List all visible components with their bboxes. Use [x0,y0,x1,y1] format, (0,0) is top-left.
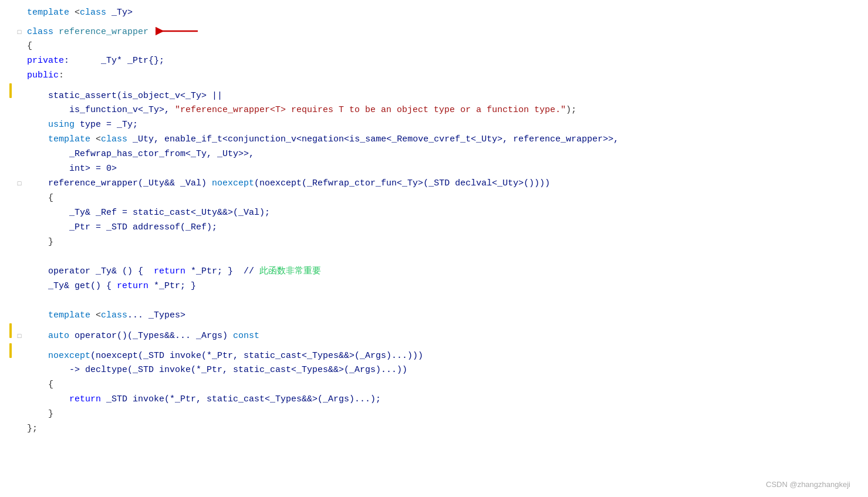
line-content: } [25,235,868,249]
token: template [27,8,69,18]
token: { [27,380,53,390]
token: { [27,41,32,51]
token: } [27,409,53,419]
code-line: _Refwrap_has_ctor_from<_Ty, _Uty>>, [0,147,868,162]
code-line: template <class _Ty> [0,6,868,21]
token: { [27,193,53,203]
line-content: private: _Ty* _Ptr{}; [25,54,868,68]
token: _Refwrap_has_ctor_from<_Ty, _Uty>>, [27,149,254,159]
fold-indicator[interactable]: □ [14,179,25,190]
token: _Ptr = _STD addressof(_Ref); [27,222,217,232]
code-line: public: [0,69,868,83]
token: reference_wrapper(_Uty&& _Val) [27,178,212,188]
line-content: return _STD invoke(*_Ptr, static_cast<_T… [25,393,868,407]
token: auto [48,331,69,341]
token: "reference_wrapper<T> requires T to be a… [175,105,566,115]
token: < [90,310,101,320]
token: : _Ty* _Ptr{}; [64,56,164,66]
gutter-indicator [9,323,12,338]
line-content: -> decltype(_STD invoke(*_Ptr, static_ca… [25,363,868,377]
token: type = _Ty; [75,120,138,130]
token: _Ty& _Ref = static_cast<_Uty&&>(_Val); [27,208,270,218]
token: (noexcept(_STD invoke(*_Ptr, static_cast… [90,351,423,361]
token [27,120,48,130]
line-content: template <class _Ty> [25,6,868,20]
code-line: □ reference_wrapper(_Uty&& _Val) noexcep… [0,177,868,191]
code-line: template <class _Uty, enable_if_t<conjun… [0,133,868,147]
token [27,310,48,320]
code-line: □ auto operator()(_Types&&... _Args) con… [0,323,868,343]
token: operator()(_Types&&... _Args) [69,331,233,341]
code-line: is_function_v<_Ty>, "reference_wrapper<T… [0,103,868,118]
token [27,351,48,361]
line-content: { [25,191,868,205]
token: private [27,56,64,66]
token: _Uty, enable_if_t<conjunction_v<negation… [127,134,619,144]
code-line: }; [0,422,868,437]
code-line: noexcept(noexcept(_STD invoke(*_Ptr, sta… [0,343,868,363]
token: class [27,27,53,37]
token: template [48,134,90,144]
code-line: _Ptr = _STD addressof(_Ref); [0,221,868,235]
token [148,27,154,37]
token: int> = 0> [27,164,117,174]
token: ); [566,105,576,115]
code-line: -> decltype(_STD invoke(*_Ptr, static_ca… [0,363,868,378]
line-content: } [25,407,868,421]
code-line: _Ty& _Ref = static_cast<_Uty&&>(_Val); [0,206,868,221]
line-content: _Ty& get() { return *_Ptr; } [25,279,868,293]
token: : [59,70,64,80]
line-content: template <class _Uty, enable_if_t<conjun… [25,133,868,147]
token: _Ty& get() { [27,281,117,291]
line-content: }; [25,422,868,436]
token [27,331,48,341]
token: const [233,331,259,341]
watermark: CSDN @zhangzhangkeji [766,479,850,491]
code-line: int> = 0> [0,162,868,177]
code-line: { [0,39,868,54]
line-content: _Ptr = _STD addressof(_Ref); [25,221,868,235]
token: return [154,266,185,276]
line-content [25,250,868,264]
token: operator _Ty& () { [27,266,154,276]
token: return [117,281,148,291]
token: noexcept [212,178,254,188]
token: is_function_v<_Ty>, [27,105,175,115]
line-content: is_function_v<_Ty>, "reference_wrapper<T… [25,103,868,117]
token: return [69,394,101,404]
token: reference_wrapper [53,27,148,37]
fold-indicator[interactable]: □ [14,332,25,342]
code-line: □class reference_wrapper [0,21,868,39]
code-lines: template <class _Ty>□class reference_wra… [0,6,868,437]
token [154,23,201,36]
token: < [69,8,80,18]
code-line: { [0,191,868,206]
code-line: static_assert(is_object_v<_Ty> || [0,83,868,103]
token: -> decltype(_STD invoke(*_Ptr, static_ca… [27,365,407,375]
line-content: reference_wrapper(_Uty&& _Val) noexcept(… [25,177,868,191]
token [27,134,48,144]
token: *_Ptr; } [148,281,196,291]
code-line [0,250,868,265]
token: }; [27,424,38,434]
line-content: template <class... _Types> [25,309,868,323]
line-content: operator _Ty& () { return *_Ptr; } // 此函… [25,265,868,279]
line-content: class reference_wrapper [25,21,868,39]
token: using [48,120,75,130]
code-line: private: _Ty* _Ptr{}; [0,54,868,69]
code-line: return _STD invoke(*_Ptr, static_cast<_T… [0,393,868,407]
token: *_Ptr; } // [185,266,259,276]
code-line: { [0,378,868,393]
code-line: } [0,235,868,250]
token: ... _Types> [127,310,185,320]
token: } [27,237,53,247]
token: _STD invoke(*_Ptr, static_cast<_Types&&>… [101,394,381,404]
code-line: using type = _Ty; [0,118,868,133]
line-content: { [25,378,868,392]
line-content: public: [25,69,868,83]
gutter-indicator [9,83,12,98]
line-content: _Ty& _Ref = static_cast<_Uty&&>(_Val); [25,206,868,220]
code-line: _Ty& get() { return *_Ptr; } [0,279,868,294]
fold-indicator[interactable]: □ [14,28,25,38]
code-line: } [0,407,868,422]
